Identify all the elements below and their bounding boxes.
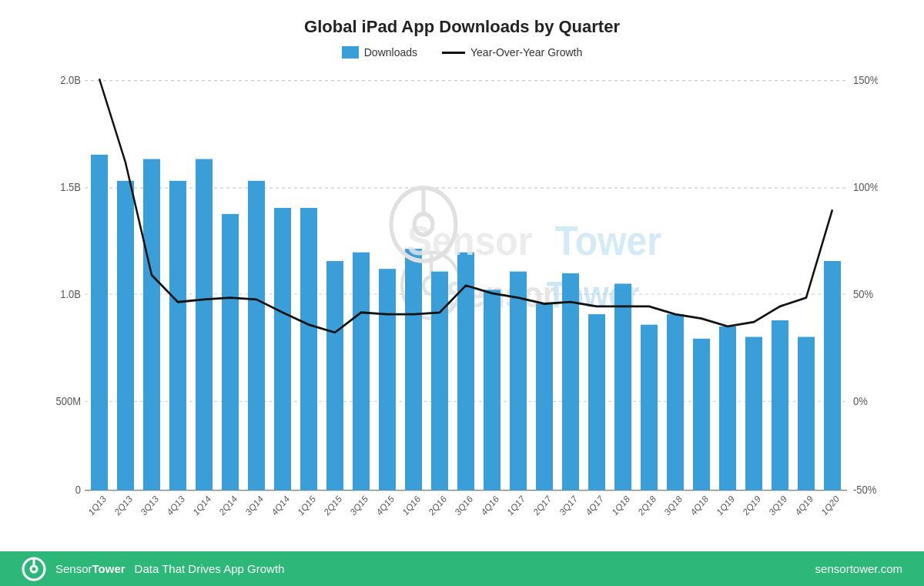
footer: SensorTower Data That Drives App Growth … (0, 551, 924, 586)
chart-title: Global iPad App Downloads by Quarter (0, 0, 924, 43)
main-chart-svg: 2.0B 1.5B 1.0B 500M 0 150% 100% 50% 0% -… (54, 63, 878, 551)
svg-text:4Q16: 4Q16 (479, 493, 500, 517)
svg-text:3Q14: 3Q14 (243, 493, 265, 517)
chart-container: Global iPad App Downloads by Quarter Dow… (0, 0, 924, 586)
svg-text:4Q17: 4Q17 (584, 493, 605, 517)
svg-text:-50%: -50% (853, 483, 876, 496)
svg-rect-37 (536, 303, 553, 490)
svg-text:2Q13: 2Q13 (112, 493, 134, 517)
svg-text:3Q17: 3Q17 (557, 493, 579, 517)
svg-rect-21 (117, 181, 134, 491)
svg-rect-45 (745, 337, 762, 490)
svg-text:2Q17: 2Q17 (531, 493, 553, 517)
svg-text:1Q13: 1Q13 (86, 493, 108, 517)
svg-text:4Q18: 4Q18 (688, 493, 710, 517)
svg-rect-23 (169, 181, 186, 491)
svg-text:Tower: Tower (555, 217, 661, 263)
svg-rect-29 (326, 261, 343, 491)
svg-text:2.0B: 2.0B (60, 73, 81, 86)
svg-rect-39 (588, 314, 605, 491)
svg-text:4Q13: 4Q13 (165, 493, 186, 517)
footer-tagline: Data That Drives App Growth (135, 562, 285, 575)
svg-text:1.0B: 1.0B (60, 287, 81, 300)
svg-text:1.5B: 1.5B (60, 181, 81, 194)
svg-rect-42 (667, 314, 684, 491)
svg-text:500M: 500M (55, 394, 81, 407)
svg-text:2Q19: 2Q19 (741, 493, 762, 517)
svg-rect-31 (379, 269, 396, 491)
svg-text:100%: 100% (853, 181, 878, 194)
svg-rect-20 (91, 155, 108, 491)
svg-text:1Q18: 1Q18 (610, 493, 631, 517)
svg-rect-47 (798, 337, 815, 490)
svg-text:3Q13: 3Q13 (139, 493, 160, 517)
svg-text:0%: 0% (853, 394, 868, 407)
svg-rect-35 (484, 290, 500, 490)
legend-growth-label: Year-Over-Year Growth (470, 46, 582, 59)
svg-point-84 (31, 566, 37, 572)
svg-text:3Q19: 3Q19 (767, 493, 788, 517)
svg-text:2Q14: 2Q14 (217, 493, 239, 517)
svg-rect-41 (641, 325, 658, 491)
svg-rect-24 (196, 159, 213, 491)
svg-rect-44 (719, 326, 736, 491)
legend-growth: Year-Over-Year Growth (442, 46, 582, 59)
sensortower-logo-icon (22, 557, 46, 581)
svg-text:4Q15: 4Q15 (374, 493, 396, 517)
svg-text:150%: 150% (853, 73, 878, 86)
svg-text:2Q15: 2Q15 (322, 493, 343, 517)
svg-rect-46 (772, 320, 788, 491)
svg-text:1Q16: 1Q16 (400, 493, 422, 517)
svg-rect-38 (562, 273, 579, 491)
svg-text:3Q18: 3Q18 (662, 493, 684, 517)
svg-rect-22 (143, 159, 160, 491)
chart-area: 2.0B 1.5B 1.0B 500M 0 150% 100% 50% 0% -… (0, 63, 924, 551)
svg-text:4Q19: 4Q19 (793, 493, 815, 517)
svg-text:3Q15: 3Q15 (348, 493, 370, 517)
svg-text:0: 0 (75, 483, 81, 496)
svg-rect-40 (614, 283, 631, 490)
svg-rect-30 (353, 253, 370, 491)
legend-bar-icon (342, 46, 359, 59)
footer-left: SensorTower Data That Drives App Growth (22, 557, 284, 581)
svg-rect-36 (510, 272, 527, 491)
svg-text:2Q18: 2Q18 (636, 493, 658, 517)
svg-text:1Q20: 1Q20 (819, 493, 841, 517)
svg-rect-43 (693, 339, 710, 491)
svg-text:1Q17: 1Q17 (505, 493, 527, 517)
svg-rect-27 (274, 208, 291, 491)
svg-text:3Q16: 3Q16 (453, 493, 474, 517)
legend-downloads-label: Downloads (364, 46, 417, 59)
legend-downloads: Downloads (342, 46, 417, 59)
svg-text:Sensor: Sensor (407, 217, 533, 263)
svg-rect-48 (824, 261, 841, 491)
legend-line-icon (442, 52, 465, 54)
svg-text:50%: 50% (853, 287, 873, 300)
svg-text:4Q14: 4Q14 (270, 493, 291, 517)
svg-text:1Q15: 1Q15 (296, 493, 317, 517)
svg-text:1Q19: 1Q19 (715, 493, 736, 517)
legend: Downloads Year-Over-Year Growth (0, 43, 924, 63)
svg-rect-25 (222, 214, 239, 491)
svg-rect-28 (300, 208, 317, 491)
svg-text:1Q14: 1Q14 (191, 493, 213, 517)
svg-rect-26 (248, 181, 265, 491)
svg-text:2Q16: 2Q16 (427, 493, 448, 517)
footer-website: sensortower.com (815, 562, 902, 575)
footer-brand: SensorTower (55, 562, 126, 575)
svg-rect-33 (431, 272, 448, 491)
svg-rect-32 (405, 249, 422, 491)
